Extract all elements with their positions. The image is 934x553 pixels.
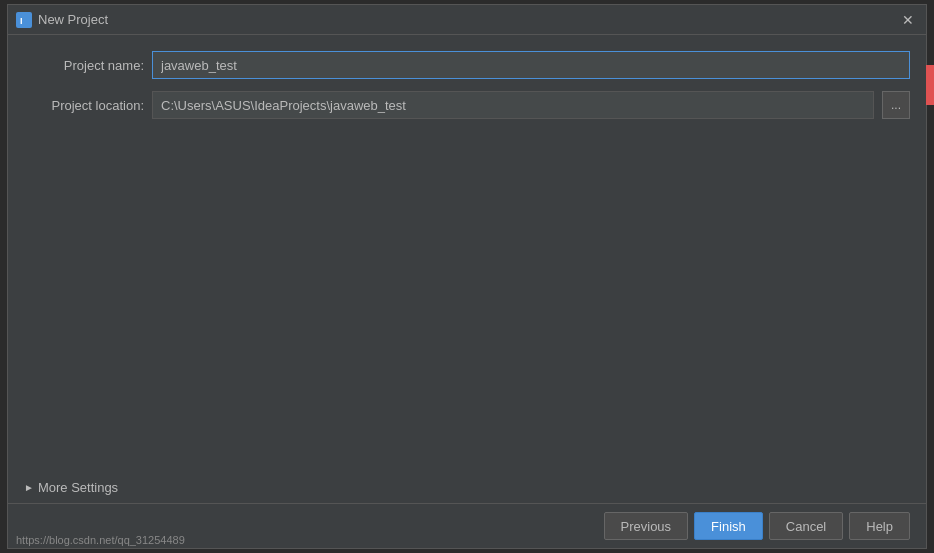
url-bar: https://blog.csdn.net/qq_31254489 xyxy=(8,534,926,548)
content-area: Project name: Project location: ... xyxy=(8,35,926,472)
project-name-input[interactable] xyxy=(152,51,910,79)
project-location-input[interactable] xyxy=(152,91,874,119)
title-bar: I New Project ✕ xyxy=(8,5,926,35)
red-accent-bar xyxy=(926,65,934,105)
expand-icon: ► xyxy=(24,482,34,493)
more-settings-label: More Settings xyxy=(38,480,118,495)
new-project-dialog: I New Project ✕ Project name: Project lo… xyxy=(7,4,927,549)
project-location-label: Project location: xyxy=(24,98,144,113)
idea-icon: I xyxy=(16,12,32,28)
window-title: New Project xyxy=(38,12,108,27)
svg-text:I: I xyxy=(20,16,23,26)
project-name-row: Project name: xyxy=(24,51,910,79)
project-location-row: Project location: ... xyxy=(24,91,910,119)
browse-button[interactable]: ... xyxy=(882,91,910,119)
project-name-label: Project name: xyxy=(24,58,144,73)
main-body xyxy=(24,131,910,472)
more-settings-section[interactable]: ► More Settings xyxy=(8,472,926,503)
close-button[interactable]: ✕ xyxy=(898,10,918,30)
title-bar-left: I New Project xyxy=(16,12,108,28)
